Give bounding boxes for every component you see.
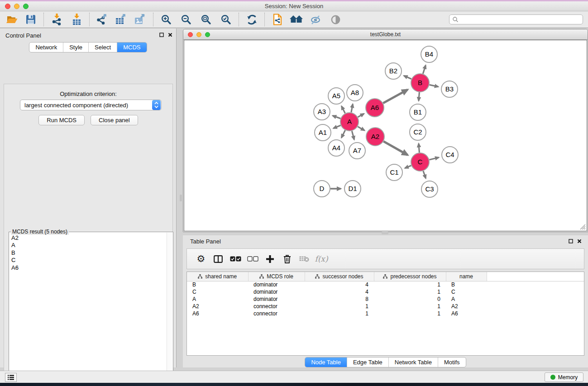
table-cell[interactable]: 1 [374,310,446,317]
table-row[interactable]: A6connector11A6 [187,310,584,317]
graph-edge-C-C2[interactable] [419,143,419,152]
graph-edge-A-A5[interactable] [341,106,345,114]
graph-edge-C-C3[interactable] [423,171,426,178]
hide-panel-eye-button[interactable] [307,12,324,27]
home-button[interactable] [288,12,305,27]
graph-edge-A-A2[interactable] [358,127,364,131]
function-builder-button[interactable]: f(x) [313,251,330,267]
zoom-out-button[interactable] [178,12,194,27]
run-mcds-button[interactable]: Run MCDS [38,115,85,125]
column-header-MCDS-role[interactable]: MCDS role [248,272,305,281]
graph-node-B[interactable]: B [411,74,429,92]
import-table-button[interactable] [68,12,85,27]
close-panel-button[interactable]: Close panel [91,115,138,125]
delete-table-button[interactable] [296,251,313,267]
export-table-button[interactable] [113,12,129,27]
table-cell[interactable]: A6 [446,310,487,317]
graph-edge-B-B2[interactable] [404,76,411,79]
tab-edge-table[interactable]: Edge Table [347,357,388,367]
mcds-result-item[interactable]: A6 [11,264,167,272]
table-cell[interactable]: 1 [305,310,374,317]
table-row[interactable]: Bdominator41B [187,281,584,288]
delete-button[interactable] [278,251,296,267]
zoom-in-button[interactable] [158,12,174,27]
vertical-splitter-handle[interactable] [180,195,182,201]
task-history-button[interactable] [5,373,17,382]
column-header-successor-nodes[interactable]: successor nodes [305,272,374,281]
close-table-panel-icon[interactable] [577,239,582,243]
graph-edge-A-A7[interactable] [352,131,354,139]
deselect-all-button[interactable] [244,251,261,267]
horizontal-splitter-handle[interactable] [382,232,388,234]
graph-node-A6[interactable]: A6 [366,99,384,117]
tab-mcds[interactable]: MCDS [117,43,146,52]
graph-edge-A-A4[interactable] [341,130,345,138]
float-panel-icon[interactable] [159,33,164,37]
table-cell[interactable]: dominator [248,281,305,288]
tab-node-table[interactable]: Node Table [305,357,347,367]
graph-edge-C-C1[interactable] [405,166,411,168]
table-cell[interactable]: 1 [305,303,374,310]
optimization-select[interactable]: largest connected component (directed) [20,100,162,110]
table-cell[interactable]: 0 [374,295,446,303]
float-table-panel-icon[interactable] [569,239,573,243]
refresh-button[interactable] [244,12,260,27]
graph-node-C4[interactable]: C4 [442,147,458,163]
graph-node-C[interactable]: C [411,153,429,171]
table-row[interactable]: Adominator80A [187,295,584,303]
table-cell[interactable]: 1 [374,281,446,288]
network-canvas[interactable]: B4B2BB3A5A8A6A3B1AA1C2A2A4A7CC4C1C3DD1 [184,40,587,231]
table-row[interactable]: A2connector11A2 [187,303,584,310]
table-cell[interactable]: 4 [305,288,374,295]
search-field[interactable] [449,14,583,24]
graph-edge-A-A8[interactable] [351,104,353,112]
export-image-button[interactable] [132,12,148,27]
graph-edge-C-C4[interactable] [429,157,439,160]
table-cell[interactable]: connector [248,310,305,317]
table-cell[interactable]: C [187,288,248,295]
graph-edge-A-A3[interactable] [333,116,340,119]
table-cell[interactable]: B [446,281,487,288]
graph-edge-A2-C[interactable] [383,141,407,155]
graph-edge-A-A1[interactable] [333,125,340,129]
graph-node-A2[interactable]: A2 [366,128,384,146]
graph-node-A7[interactable]: A7 [349,143,365,159]
tab-network[interactable]: Network [29,43,63,52]
table-cell[interactable]: A [187,295,248,303]
table-cell[interactable]: A2 [446,303,487,310]
column-header-shared-name[interactable]: shared name [187,272,248,281]
tab-style[interactable]: Style [63,43,88,52]
graph-node-D1[interactable]: D1 [344,181,361,197]
close-panel-icon[interactable] [168,33,172,37]
show-columns-button[interactable] [210,251,227,267]
network-graph[interactable]: B4B2BB3A5A8A6A3B1AA1C2A2A4A7CC4C1C3DD1 [184,40,587,231]
graph-edge-A-A6[interactable] [358,114,364,117]
table-settings-button[interactable]: ⚙ [192,251,210,267]
table-cell[interactable]: 1 [374,303,446,310]
column-header-name[interactable]: name [446,272,487,281]
add-column-button[interactable] [261,251,278,267]
table-cell[interactable]: B [187,281,248,288]
mcds-result-item[interactable]: C [11,257,167,264]
search-input[interactable] [459,15,583,24]
table-cell[interactable]: A2 [187,303,248,310]
table-cell[interactable]: A6 [187,310,248,317]
table-cell[interactable]: dominator [248,288,305,295]
table-cell[interactable]: 1 [374,288,446,295]
table-cell[interactable]: 8 [305,295,374,303]
mcds-result-item[interactable]: B [11,249,167,257]
graph-node-A[interactable]: A [340,113,359,131]
mcds-result-item[interactable]: A [11,242,167,249]
open-file-button[interactable] [4,12,20,27]
table-cell[interactable]: C [446,288,487,295]
graph-edge-A6-B[interactable] [383,90,407,103]
graph-node-A1[interactable]: A1 [315,124,331,141]
graph-node-C2[interactable]: C2 [410,124,426,140]
graph-node-A8[interactable]: A8 [347,85,363,101]
export-network-button[interactable] [94,12,110,27]
zoom-selected-button[interactable] [218,12,234,27]
tab-motifs[interactable]: Motifs [438,357,466,367]
graph-node-A3[interactable]: A3 [314,104,330,120]
graph-node-A4[interactable]: A4 [328,140,344,156]
import-network-button[interactable] [48,12,65,27]
